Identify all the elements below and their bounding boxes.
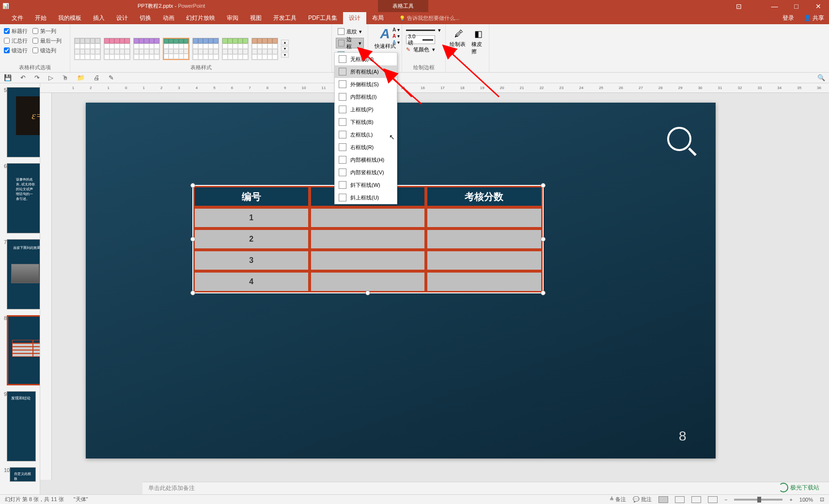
redo-icon[interactable]: ↷ — [34, 74, 40, 81]
save-icon[interactable]: 💾 — [4, 74, 12, 81]
close-button[interactable]: ✕ — [807, 2, 829, 10]
table-style-swatch[interactable] — [133, 38, 160, 60]
tab-slideshow[interactable]: 幻灯片放映 — [180, 12, 221, 24]
print-icon[interactable]: 🖨 — [94, 74, 100, 81]
slide-canvas[interactable]: 编号 姓名 考核分数 1234 8 — [86, 103, 716, 458]
tab-transitions[interactable]: 切换 — [134, 12, 157, 24]
table-style-swatch[interactable] — [192, 38, 219, 60]
table-cell[interactable]: 2 — [193, 229, 310, 250]
zoom-tool-icon[interactable]: 🔍 — [817, 74, 825, 81]
total-row-checkbox[interactable]: 汇总行 — [4, 36, 28, 46]
slideshow-view-button[interactable] — [708, 496, 718, 503]
borders-button[interactable]: 边框 ▾ — [336, 38, 364, 48]
tab-layout[interactable]: 布局 — [366, 12, 390, 24]
tab-file[interactable]: 文件 — [6, 12, 29, 24]
zoom-out-button[interactable]: − — [724, 497, 727, 503]
tab-templates[interactable]: 我的模板 — [52, 12, 87, 24]
table-row[interactable]: 2 — [193, 229, 543, 250]
table-cell[interactable]: 1 — [193, 207, 310, 229]
last-col-checkbox[interactable]: 最后一列 — [32, 36, 62, 46]
table-cell[interactable] — [310, 229, 426, 250]
first-col-checkbox[interactable]: 第一列 — [32, 26, 62, 36]
tab-pdf[interactable]: PDF工具集 — [302, 12, 343, 24]
table-style-swatch[interactable] — [163, 38, 189, 60]
gallery-expand-button[interactable]: ▴ ▾ ▾ — [281, 40, 289, 58]
table-cell[interactable] — [426, 207, 542, 229]
maximize-button[interactable]: □ — [785, 2, 807, 10]
table-style-swatch[interactable] — [104, 38, 130, 60]
slide-thumb-6[interactable]: 该事件的名言, 或支持你的论文或声明语句的一条引述。 — [7, 163, 40, 233]
notes-toggle[interactable]: ≜ 备注 — [610, 496, 626, 503]
resize-handle[interactable] — [365, 290, 370, 295]
slide-thumb-7[interactable]: 连接下面到此效果的标题 — [7, 239, 40, 309]
pen-weight-selector[interactable]: 3.0 磅 — [406, 35, 435, 44]
mouse-mode-icon[interactable]: 🖱 — [62, 74, 68, 81]
zoom-level[interactable]: 100% — [799, 497, 813, 503]
tab-animations[interactable]: 动画 — [157, 12, 180, 24]
table-cell[interactable] — [426, 250, 542, 271]
more-icon[interactable]: ▾ — [281, 52, 289, 58]
login-button[interactable]: 登录 — [782, 14, 794, 22]
table-cell[interactable] — [310, 271, 426, 292]
normal-view-button[interactable] — [658, 496, 668, 503]
start-slideshow-icon[interactable]: ▷ — [48, 74, 53, 81]
text-fill-button[interactable]: A ▾ — [392, 27, 400, 32]
fit-to-window-button[interactable]: ⊡ — [820, 496, 824, 503]
resize-handle[interactable] — [541, 290, 546, 295]
shading-button[interactable]: 底纹 ▾ — [336, 26, 364, 37]
resize-handle[interactable] — [190, 183, 195, 188]
tab-view[interactable]: 视图 — [244, 12, 267, 24]
tell-me-input[interactable]: 告诉我您想要做什么... — [399, 15, 459, 22]
menu-left-border[interactable]: 左框线(L) — [335, 128, 397, 141]
table-header-cell[interactable]: 编号 — [193, 186, 310, 207]
tab-table-design[interactable]: 设计 — [343, 12, 366, 24]
menu-right-border[interactable]: 右框线(R) — [335, 141, 397, 153]
slide-editor[interactable]: 1210123456789101112131415161718192021222… — [40, 83, 829, 494]
minimize-button[interactable]: — — [764, 2, 785, 10]
wordart-quick-styles-icon[interactable]: A — [380, 26, 390, 42]
table-style-swatch[interactable] — [222, 38, 249, 60]
table-cell[interactable] — [426, 229, 542, 250]
table-cell[interactable]: 4 — [193, 271, 310, 292]
undo-icon[interactable]: ↶ — [20, 74, 26, 81]
resize-handle[interactable] — [190, 290, 195, 295]
slide-thumb-10[interactable]: 自定义此模板 — [10, 467, 35, 482]
header-row-checkbox[interactable]: 标题行 — [4, 26, 28, 36]
chevron-down-icon[interactable]: ▾ — [281, 46, 289, 51]
text-effects-button[interactable]: A ▾ — [392, 40, 400, 45]
text-outline-button[interactable]: A ▾ — [392, 33, 400, 39]
ink-icon[interactable]: ✎ — [109, 74, 114, 81]
table-cell[interactable] — [426, 271, 542, 292]
table-row[interactable]: 1 — [193, 207, 543, 229]
slide-thumb-9[interactable]: 发现和结论 — [7, 391, 36, 461]
table-style-swatch[interactable] — [74, 38, 101, 60]
resize-handle[interactable] — [541, 183, 546, 188]
slide-thumbnail-panel[interactable]: 5 ε=mc² 此处照片的标题 6 该事件的名言, 或支持你的论文或声明语句的一… — [0, 83, 40, 494]
table-styles-gallery[interactable]: ▴ ▾ ▾ 表格样式 — [70, 24, 332, 72]
zoom-in-button[interactable]: + — [789, 497, 792, 503]
menu-bottom-border[interactable]: 下框线(B) — [335, 116, 397, 128]
comments-toggle[interactable]: 💬 批注 — [633, 496, 652, 503]
tab-dev[interactable]: 开发工具 — [267, 12, 302, 24]
share-button[interactable]: 👤 共享 — [804, 14, 824, 22]
table-cell[interactable] — [310, 250, 426, 271]
menu-inside-v-border[interactable]: 内部竖框线(V) — [335, 166, 397, 179]
notes-pane[interactable]: 单击此处添加备注 — [142, 482, 829, 494]
table-row[interactable]: 3 — [193, 250, 543, 271]
ribbon-display-options-icon[interactable]: ⊡ — [736, 2, 742, 10]
table-style-swatch[interactable] — [251, 38, 278, 60]
menu-diag-down-border[interactable]: 斜下框线(W) — [335, 179, 397, 191]
menu-inside-h-border[interactable]: 内部横框线(H) — [335, 153, 397, 166]
slide-thumb-5[interactable]: ε=mc² 此处照片的标题 — [7, 87, 40, 157]
tab-insert[interactable]: 插入 — [87, 12, 110, 24]
tab-review[interactable]: 审阅 — [221, 12, 244, 24]
table-cell[interactable]: 3 — [193, 250, 310, 271]
chevron-up-icon[interactable]: ▴ — [281, 40, 289, 45]
sorter-view-button[interactable] — [675, 496, 685, 503]
resize-handle[interactable] — [541, 237, 546, 242]
table-header-cell[interactable]: 考核分数 — [426, 186, 542, 207]
menu-diag-up-border[interactable]: 斜上框线(U) — [335, 191, 397, 204]
tab-home[interactable]: 开始 — [29, 12, 52, 24]
reading-view-button[interactable] — [691, 496, 701, 503]
banded-row-checkbox[interactable]: 镶边行 — [4, 46, 28, 55]
